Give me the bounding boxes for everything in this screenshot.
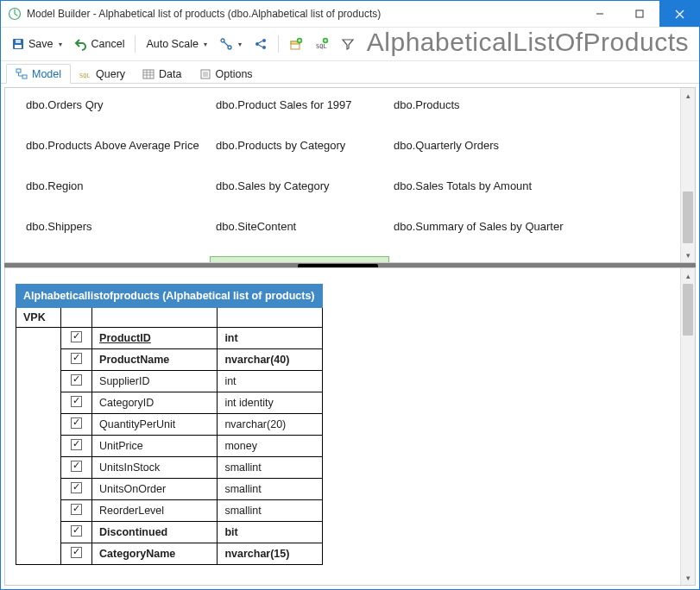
object-item[interactable]: dbo.Suppliers [210, 256, 389, 262]
model-panel: Alphabeticallistofproducts (Alphabetical… [4, 267, 696, 586]
minimize-button[interactable] [580, 1, 620, 27]
model-row[interactable]: UnitPricemoney [16, 436, 323, 457]
checkbox-cell[interactable] [60, 349, 91, 371]
object-item[interactable]: dbo.Territories [388, 257, 672, 262]
relation-menu-button[interactable]: ▾ [214, 35, 247, 53]
vpk-cell [16, 436, 61, 457]
scroll-thumb[interactable] [683, 191, 693, 243]
save-button[interactable]: Save ▾ [6, 35, 67, 53]
separator [278, 35, 279, 53]
field-name: CategoryName [92, 543, 218, 565]
auto-scale-button[interactable]: Auto Scale ▾ [141, 35, 211, 53]
share-button[interactable] [249, 35, 273, 53]
checkbox-cell[interactable] [60, 436, 91, 457]
model-row[interactable]: SupplierIDint [16, 371, 323, 392]
checkbox-icon[interactable] [71, 417, 82, 429]
object-item[interactable]: dbo.Sales by Category [211, 176, 388, 196]
add-sql-button[interactable]: SQL [310, 35, 334, 53]
model-panel-body[interactable]: Alphabeticallistofproducts (Alphabetical… [5, 268, 680, 585]
checkbox-cell[interactable] [60, 522, 91, 543]
close-button[interactable] [659, 1, 699, 27]
cancel-button[interactable]: Cancel [69, 35, 130, 53]
object-item[interactable]: dbo.Products [388, 95, 672, 115]
field-name: Discontinued [92, 522, 218, 543]
checkbox-cell[interactable] [60, 543, 91, 565]
checkbox-cell[interactable] [60, 479, 91, 500]
checkbox-icon[interactable] [71, 461, 82, 472]
add-object-icon [289, 37, 303, 51]
checkbox-icon[interactable] [71, 547, 82, 558]
checkbox-cell[interactable] [60, 328, 91, 349]
vpk-cell [16, 349, 61, 371]
field-name: ProductID [92, 328, 218, 349]
checkbox-cell[interactable] [60, 371, 91, 392]
checkbox-cell[interactable] [60, 392, 91, 414]
scroll-up-icon[interactable]: ▴ [681, 88, 695, 103]
checkbox-icon[interactable] [71, 439, 82, 450]
object-item[interactable]: dbo.Product Sales for 1997 [211, 95, 388, 115]
tab-data[interactable]: Data [134, 65, 190, 83]
tabstrip: Model SQL Query Data Options [1, 61, 699, 84]
svg-rect-15 [16, 69, 21, 72]
model-row[interactable]: UnitsOnOrdersmallint [16, 479, 323, 500]
tab-query[interactable]: SQL Query [71, 65, 134, 83]
checkbox-cell[interactable] [60, 414, 91, 436]
titlebar: Model Builder - Alphabetical list of pro… [1, 1, 699, 27]
field-name: UnitsInStock [92, 457, 218, 479]
model-row[interactable]: QuantityPerUnitnvarchar(20) [16, 414, 323, 436]
maximize-button[interactable] [620, 1, 659, 27]
model-row[interactable]: CategoryNamenvarchar(15) [16, 543, 323, 565]
options-icon [199, 68, 211, 80]
model-row[interactable]: UnitsInStocksmallint [16, 457, 323, 479]
save-icon [11, 37, 25, 51]
add-object-button[interactable] [284, 35, 308, 53]
toolbar: Save ▾ Cancel Auto Scale ▾ ▾ [1, 27, 699, 61]
checkbox-icon[interactable] [71, 396, 82, 407]
object-item[interactable]: dbo.Orders Qry [21, 95, 211, 115]
filter-button[interactable] [336, 35, 360, 53]
field-name: ReorderLevel [92, 500, 218, 522]
checkbox-cell[interactable] [60, 500, 91, 522]
objects-grid[interactable]: dbo.Orders Qrydbo.Product Sales for 1997… [5, 88, 680, 262]
object-item[interactable]: dbo.Shippers [21, 217, 211, 236]
chevron-down-icon: ▾ [204, 41, 207, 48]
checkbox-icon[interactable] [71, 504, 82, 515]
object-item[interactable]: dbo.Region [21, 176, 211, 196]
scroll-thumb[interactable] [683, 284, 693, 336]
model-row[interactable]: ReorderLevelsmallint [16, 500, 323, 522]
checkbox-icon[interactable] [71, 353, 82, 364]
svg-text:SQL: SQL [316, 43, 327, 50]
svg-rect-1 [636, 10, 643, 17]
checkbox-icon[interactable] [71, 525, 82, 537]
model-row[interactable]: CategoryIDint identity [16, 392, 323, 414]
svg-rect-16 [22, 75, 27, 78]
vpk-cell [16, 328, 61, 349]
scroll-up-icon[interactable]: ▴ [681, 268, 695, 283]
tab-options[interactable]: Options [191, 65, 262, 83]
model-row[interactable]: ProductNamenvarchar(40) [16, 349, 323, 371]
object-item[interactable]: dbo.Summary of Sales by Quarter [388, 217, 672, 236]
scrollbar-vertical[interactable]: ▴ ▾ [680, 88, 695, 262]
checkbox-icon[interactable] [71, 331, 82, 342]
checkbox-icon[interactable] [71, 374, 82, 386]
column-header-name [92, 308, 218, 328]
tab-model[interactable]: Model [6, 64, 71, 84]
funnel-icon [341, 37, 355, 51]
model-table: Alphabeticallistofproducts (Alphabetical… [16, 284, 323, 565]
scroll-down-icon[interactable]: ▾ [681, 570, 695, 585]
object-item[interactable]: dbo.SiteContent [211, 217, 388, 236]
object-item[interactable]: dbo.Products by Category [211, 135, 388, 155]
checkbox-cell[interactable] [60, 457, 91, 479]
object-item[interactable]: dbo.Sales Totals by Amount [388, 176, 672, 196]
checkbox-icon[interactable] [71, 482, 82, 493]
object-item[interactable]: dbo.Summary of Sales by Year [21, 257, 211, 262]
scroll-down-icon[interactable]: ▾ [681, 248, 695, 262]
data-icon [142, 68, 155, 80]
object-item[interactable]: dbo.Quarterly Orders [388, 135, 672, 155]
vpk-cell [16, 457, 61, 479]
object-item[interactable]: dbo.Products Above Average Price [21, 135, 211, 155]
model-row[interactable]: ProductIDint [16, 328, 323, 349]
model-row[interactable]: Discontinuedbit [16, 522, 323, 543]
field-type: smallint [218, 457, 322, 479]
scrollbar-vertical[interactable]: ▴ ▾ [680, 268, 695, 585]
